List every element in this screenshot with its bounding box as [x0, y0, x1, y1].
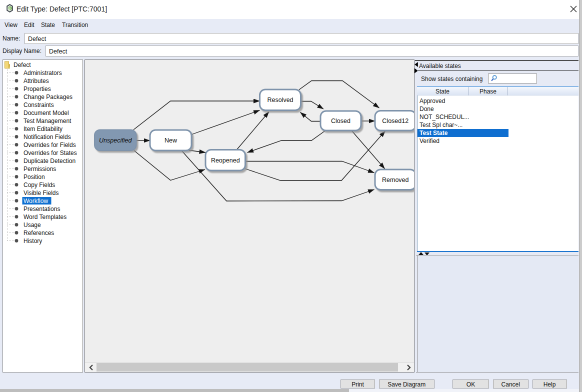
- svg-text:Resolved: Resolved: [267, 96, 293, 104]
- svg-text:Administrators: Administrators: [24, 70, 62, 76]
- svg-text:Test Management: Test Management: [24, 118, 72, 124]
- svg-text:Permissions: Permissions: [24, 166, 56, 172]
- svg-text:Unspecified: Unspecified: [99, 137, 132, 144]
- svg-text:Workflow: Workflow: [24, 198, 48, 204]
- svg-text:Removed: Removed: [382, 176, 409, 184]
- svg-text:Usage: Usage: [24, 222, 41, 228]
- svg-text:Position: Position: [24, 174, 45, 180]
- svg-text:Change Packages: Change Packages: [24, 94, 72, 100]
- svg-text:Item Editability: Item Editability: [24, 126, 62, 132]
- svg-text:Copy Fields: Copy Fields: [24, 182, 55, 188]
- svg-text:Attributes: Attributes: [24, 78, 49, 84]
- svg-text:Defect: Defect: [14, 62, 31, 68]
- svg-text:Document Model: Document Model: [24, 110, 69, 116]
- svg-text:References: References: [24, 230, 54, 236]
- svg-text:Notification Fields: Notification Fields: [24, 134, 71, 140]
- svg-text:Closed: Closed: [331, 118, 350, 124]
- svg-text:Presentations: Presentations: [24, 206, 60, 212]
- svg-text:New: New: [164, 137, 178, 144]
- svg-text:Properties: Properties: [24, 86, 51, 92]
- svg-text:Reopened: Reopened: [211, 157, 240, 164]
- svg-text:Closed12: Closed12: [382, 118, 408, 124]
- svg-text:Word Templates: Word Templates: [24, 214, 66, 220]
- svg-text:History: History: [24, 238, 42, 244]
- svg-text:Overrides for States: Overrides for States: [24, 150, 77, 156]
- svg-text:Overrides for Fields: Overrides for Fields: [24, 142, 76, 148]
- svg-text:Constraints: Constraints: [24, 102, 54, 108]
- svg-text:Duplicate Detection: Duplicate Detection: [24, 158, 76, 164]
- svg-text:Visible Fields: Visible Fields: [24, 190, 58, 196]
